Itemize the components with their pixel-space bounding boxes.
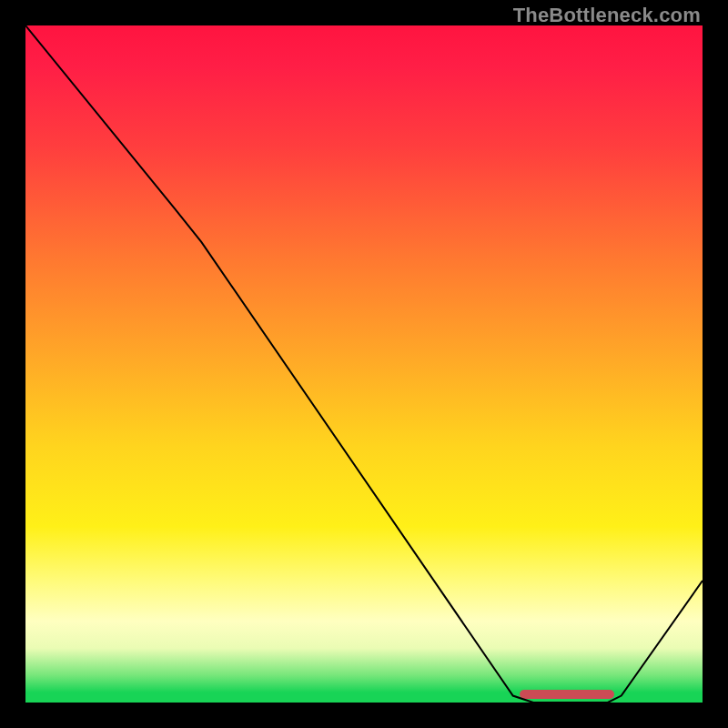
plot-area <box>25 25 703 703</box>
curve-path <box>25 25 703 703</box>
bottleneck-curve <box>25 25 703 703</box>
chart-frame: TheBottleneck.com <box>0 0 728 728</box>
attribution-label: TheBottleneck.com <box>513 4 701 27</box>
